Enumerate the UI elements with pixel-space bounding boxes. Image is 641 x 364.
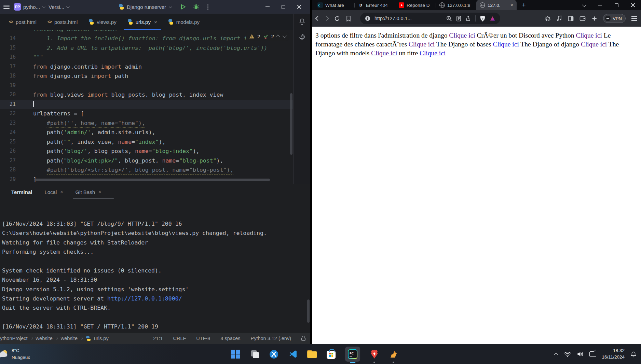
more-actions-icon[interactable]: [206, 3, 210, 11]
reader-mode-icon[interactable]: [456, 16, 461, 22]
page-link[interactable]: Clique ici: [420, 50, 446, 57]
page-link[interactable]: Clique ici: [409, 41, 435, 48]
site-info-icon[interactable]: [365, 16, 370, 21]
project-widget[interactable]: PP pytho...: [14, 3, 44, 11]
extensions-icon[interactable]: [545, 15, 551, 22]
run-button[interactable]: [180, 4, 186, 10]
caret-position[interactable]: 21:1: [153, 336, 163, 341]
microsoft-store-icon[interactable]: [326, 344, 337, 364]
sidebar-icon[interactable]: [568, 16, 574, 22]
notification-bell-icon[interactable]: [630, 351, 637, 358]
minimize-button[interactable]: [592, 0, 608, 10]
back-icon[interactable]: [315, 16, 320, 21]
main-menu-icon[interactable]: [3, 5, 10, 9]
terminal-tab-local[interactable]: Local ×: [44, 189, 63, 195]
page-link[interactable]: Clique ici: [576, 32, 602, 39]
editor-tab-models-py[interactable]: models.py: [163, 14, 205, 30]
media-playlist-icon[interactable]: [557, 15, 562, 22]
breadcrumb-file[interactable]: urls.py: [94, 336, 109, 341]
leo-ai-icon[interactable]: [591, 16, 597, 22]
terminal-output[interactable]: [16/Nov/2024 18:31:03] "GET /blog/9/ HTT…: [0, 200, 310, 332]
code-editor[interactable]: including another URLconf 14 1. Import t…: [0, 30, 293, 184]
page-link[interactable]: Clique ici: [449, 32, 475, 39]
browser-menu-icon[interactable]: [631, 16, 637, 21]
start-button[interactable]: [230, 344, 241, 364]
interpreter[interactable]: Python 3.12 (.env): [251, 336, 291, 341]
wifi-icon[interactable]: [564, 351, 571, 357]
file-encoding[interactable]: UTF-8: [196, 336, 210, 341]
next-problem-icon[interactable]: [283, 34, 287, 38]
brave-taskbar-icon[interactable]: [369, 344, 380, 364]
maximize-button[interactable]: [275, 0, 291, 14]
browser-tab-0[interactable]: c_What are: [314, 0, 354, 10]
html-file-icon: <>: [47, 19, 52, 24]
stacked-windows-app-icon[interactable]: [249, 344, 260, 364]
pony-app-icon[interactable]: [388, 344, 399, 364]
pycharm-taskbar-icon[interactable]: PC: [345, 344, 360, 364]
code-text: 1. Import the include() function: from d…: [31, 34, 247, 43]
minimize-button[interactable]: [260, 0, 275, 14]
page-link[interactable]: Clique ici: [581, 41, 607, 48]
breadcrumb-project[interactable]: ythonProject: [0, 336, 28, 341]
run-config-selector[interactable]: Django runserver: [119, 4, 171, 10]
clock-widget[interactable]: 18:32 16/11/2024: [602, 348, 625, 361]
vscode-app-icon[interactable]: [287, 344, 298, 364]
close-tab-icon[interactable]: ×: [154, 19, 157, 25]
chevron-down-icon: [169, 5, 172, 8]
file-explorer-icon[interactable]: [306, 344, 317, 364]
debug-button[interactable]: [193, 4, 199, 10]
new-tab-button[interactable]: +: [519, 1, 528, 9]
editor-tab-views-py[interactable]: views.py: [83, 14, 122, 30]
prev-problem-icon[interactable]: [276, 35, 280, 39]
forward-icon[interactable]: [324, 16, 329, 21]
bookmark-icon[interactable]: [346, 15, 351, 22]
terminal-tab-gitbash[interactable]: Git Bash ×: [75, 189, 101, 195]
inspections-widget[interactable]: 2 2: [246, 32, 289, 41]
xbox-app-icon[interactable]: [268, 344, 279, 364]
close-icon[interactable]: ×: [98, 189, 101, 195]
volume-icon[interactable]: [577, 351, 584, 357]
share-icon[interactable]: [465, 16, 471, 22]
unlock-icon[interactable]: [301, 338, 305, 341]
close-button[interactable]: [625, 0, 641, 10]
terminal-scrollbar[interactable]: [307, 299, 310, 323]
address-text[interactable]: http://127.0.0.1...: [374, 16, 442, 21]
brave-rewards-icon[interactable]: [490, 16, 495, 22]
vcs-widget[interactable]: Versi...: [49, 4, 69, 10]
close-button[interactable]: [291, 0, 307, 14]
browser-tab-2[interactable]: Réponse D: [395, 0, 436, 10]
code-segment: 1. Import the include() function: from d…: [33, 35, 247, 42]
line-ending[interactable]: CRLF: [173, 336, 186, 341]
site-favicon-c: c_: [317, 2, 323, 8]
zoom-icon[interactable]: [446, 16, 452, 22]
ai-assistant-swirl-icon[interactable]: [298, 33, 306, 41]
maximize-button[interactable]: [608, 0, 625, 10]
address-bar[interactable]: http://127.0.0.1...: [360, 13, 500, 24]
browser-tab-1[interactable]: DErreur 404: [355, 0, 395, 10]
page-link[interactable]: Clique ici: [493, 41, 519, 48]
editor-tab-posts-html[interactable]: <>posts.html: [42, 14, 83, 30]
vpn-button[interactable]: VPN: [603, 14, 626, 23]
reload-icon[interactable]: [334, 15, 340, 22]
browser-tab-3[interactable]: 127.0.0.1:8: [436, 0, 476, 10]
editor-tab-urls-py[interactable]: urls.py×: [122, 14, 163, 30]
page-link[interactable]: Clique ici: [371, 50, 397, 57]
weather-widget[interactable]: 8°C Nuageux: [0, 347, 30, 361]
indent-setting[interactable]: 4 spaces: [220, 336, 240, 341]
touch-keyboard-icon[interactable]: [589, 351, 596, 357]
editor-vertical-scrollbar[interactable]: [290, 93, 292, 155]
breadcrumb-folder[interactable]: website: [36, 336, 53, 341]
notifications-bell-icon[interactable]: [298, 18, 306, 25]
wallet-icon[interactable]: [579, 16, 586, 21]
close-icon[interactable]: ×: [60, 189, 63, 195]
tray-overflow-chevron-icon[interactable]: [554, 353, 558, 357]
terminal-title[interactable]: Terminal: [11, 189, 32, 195]
terminal-link[interactable]: http://127.0.0.1:8000/: [107, 295, 182, 302]
browser-tab-4[interactable]: 127.0.×: [476, 0, 517, 10]
breadcrumb-folder[interactable]: website: [61, 336, 78, 341]
brave-shields-icon[interactable]: [480, 15, 486, 22]
close-tab-icon[interactable]: ×: [510, 2, 513, 8]
editor-tab-post-html[interactable]: <>post.html: [3, 14, 42, 30]
tab-search-icon[interactable]: [575, 0, 592, 10]
editor-horizontal-scrollbar[interactable]: [34, 179, 270, 181]
